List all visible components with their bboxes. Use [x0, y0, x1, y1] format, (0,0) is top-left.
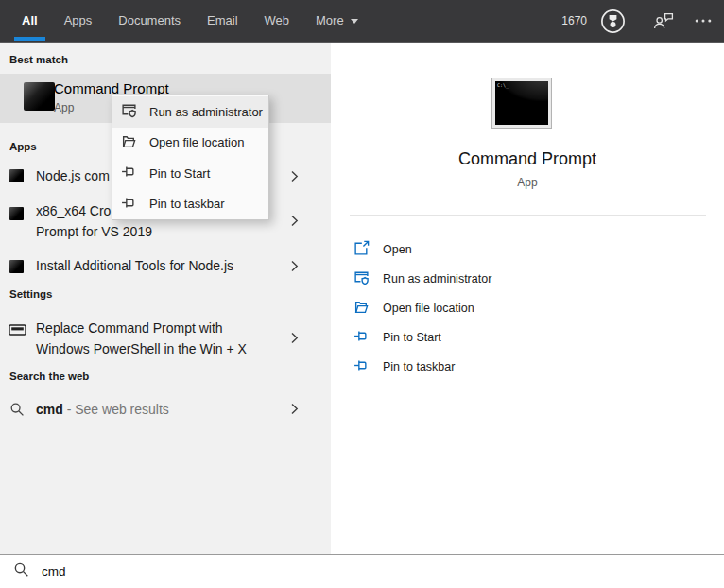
action-label: Open: [383, 243, 412, 256]
rewards-medal-icon[interactable]: [600, 9, 626, 34]
tab-web[interactable]: Web: [265, 0, 290, 42]
search-icon: [13, 562, 29, 581]
rewards-points: 1670: [561, 14, 587, 27]
apps-header: Apps: [9, 141, 37, 152]
tab-apps-label: Apps: [64, 0, 93, 42]
search-filter-bar: All Apps Documents Email Web More 1670: [0, 0, 724, 43]
tab-email-label: Email: [207, 0, 238, 42]
list-item-web-search[interactable]: cmd - See web results: [0, 398, 331, 424]
action-open-file-location[interactable]: Open file location: [353, 293, 491, 322]
tab-more-label: More: [316, 0, 344, 42]
filter-tabs: All Apps Documents Email Web More: [22, 0, 358, 42]
open-window-icon: [353, 240, 370, 259]
context-menu: Run as administrator Open file location …: [112, 95, 269, 220]
action-label: Pin to Start: [383, 331, 441, 344]
terminal-app-icon: [9, 207, 24, 220]
list-item-replace-cmd-powershell[interactable]: Replace Command Prompt with Windows Powe…: [0, 317, 331, 364]
feedback-icon[interactable]: [653, 12, 674, 29]
action-label: Open file location: [383, 302, 474, 315]
list-item-install-tools[interactable]: Install Additional Tools for Node.js: [0, 256, 331, 281]
preview-title: Command Prompt: [331, 149, 724, 169]
menu-item-label: Pin to Start: [149, 166, 210, 181]
best-match-subtitle: App: [54, 101, 74, 114]
menu-item-label: Run as administrator: [149, 105, 263, 119]
action-pin-to-start[interactable]: Pin to Start: [353, 322, 491, 352]
list-item-label-line1: x86_x64 Cro: [36, 203, 111, 218]
topbar-right-cluster: 1670: [561, 0, 712, 42]
search-input-value[interactable]: cmd: [42, 564, 66, 579]
command-prompt-icon: C:\_: [492, 78, 551, 128]
taskbar-search-box[interactable]: cmd: [0, 554, 724, 588]
menu-item-run-as-administrator[interactable]: Run as administrator: [112, 96, 268, 128]
ellipsis-icon[interactable]: [695, 19, 712, 23]
menu-item-label: Pin to taskbar: [149, 197, 225, 211]
windows-search-flyout: All Apps Documents Email Web More 1670: [0, 0, 724, 588]
preview-subtitle: App: [331, 176, 724, 189]
divider: [350, 215, 706, 216]
pin-icon: [121, 164, 137, 182]
search-web-header: Search the web: [9, 371, 89, 382]
chevron-right-icon[interactable]: [288, 214, 300, 231]
terminal-app-icon: [9, 169, 24, 182]
terminal-app-icon: [9, 260, 24, 273]
tab-documents-label: Documents: [118, 0, 181, 42]
window-shield-icon: [353, 269, 370, 288]
chevron-right-icon[interactable]: [288, 331, 300, 348]
action-label: Run as administrator: [383, 272, 491, 285]
list-item-label: Install Additional Tools for Node.js: [36, 258, 233, 273]
preview-actions: Open Run as administrator Open file loca…: [353, 234, 491, 381]
folder-icon: [353, 299, 370, 318]
list-item-label-line2: Windows PowerShell in the Win + X: [36, 341, 247, 356]
tab-email[interactable]: Email: [207, 0, 238, 42]
monitor-icon: [9, 323, 26, 341]
search-icon: [9, 402, 25, 421]
settings-header: Settings: [9, 288, 52, 300]
action-open[interactable]: Open: [353, 234, 491, 264]
menu-item-pin-to-taskbar[interactable]: Pin to taskbar: [112, 189, 268, 220]
pin-icon: [353, 357, 370, 376]
tab-all-label: All: [22, 0, 38, 42]
list-item-label-line1: Replace Command Prompt with: [36, 320, 223, 336]
tab-more[interactable]: More: [316, 0, 358, 42]
folder-icon: [121, 133, 137, 152]
preview-panel: C:\_ Command Prompt App Open Run as admi…: [331, 43, 724, 554]
pin-icon: [121, 195, 137, 214]
chevron-right-icon[interactable]: [288, 169, 300, 186]
action-run-as-administrator[interactable]: Run as administrator: [353, 264, 491, 293]
pin-icon: [353, 328, 370, 347]
action-pin-to-taskbar[interactable]: Pin to taskbar: [353, 352, 491, 381]
list-item-label: Node.js com: [36, 168, 110, 183]
web-search-suffix: - See web results: [67, 402, 169, 417]
tab-documents[interactable]: Documents: [118, 0, 181, 42]
best-match-header: Best match: [9, 54, 68, 65]
chevron-right-icon[interactable]: [288, 402, 300, 419]
menu-item-label: Open file location: [149, 135, 244, 149]
tab-web-label: Web: [265, 0, 290, 42]
web-search-query: cmd: [36, 402, 63, 417]
menu-item-pin-to-start[interactable]: Pin to Start: [112, 158, 268, 189]
command-prompt-icon: [24, 82, 55, 111]
tab-apps[interactable]: Apps: [64, 0, 93, 42]
chevron-right-icon[interactable]: [288, 259, 300, 276]
menu-item-open-file-location[interactable]: Open file location: [112, 128, 268, 159]
web-search-label: cmd - See web results: [36, 402, 169, 417]
action-label: Pin to taskbar: [383, 360, 455, 373]
chevron-down-icon: [351, 19, 358, 24]
list-item-label-line2: Prompt for VS 2019: [36, 224, 152, 239]
tab-all[interactable]: All: [22, 0, 38, 42]
window-shield-icon: [121, 102, 137, 121]
